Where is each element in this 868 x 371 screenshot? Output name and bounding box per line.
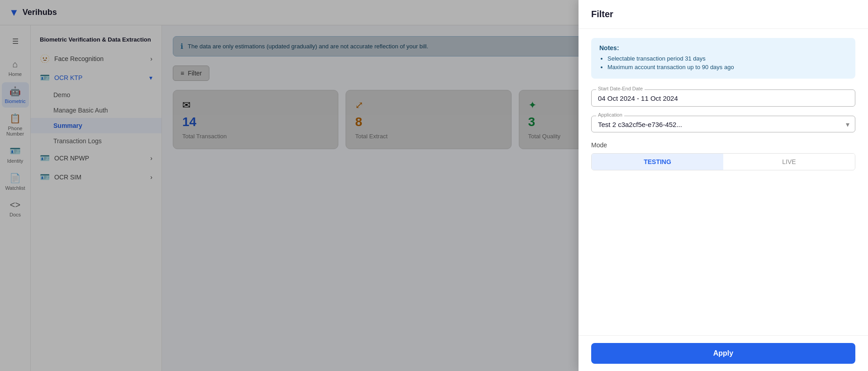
apply-button[interactable]: Apply [591, 343, 855, 364]
notes-title: Notes: [599, 44, 847, 52]
note-item-2: Maximum account transaction up to 90 day… [607, 64, 847, 70]
mode-live-button[interactable]: LIVE [723, 154, 855, 170]
application-field-container[interactable]: Application Test 2 c3a2cf5e-e736-452... … [591, 116, 855, 132]
mode-section: Mode TESTING LIVE [591, 141, 855, 170]
notes-box: Notes: Selectable transaction period 31 … [591, 38, 855, 79]
filter-panel: Filter Notes: Selectable transaction per… [579, 0, 868, 371]
application-field-label: Application [596, 112, 624, 117]
date-field-container[interactable]: Start Date-End Date 04 Oct 2024 - 11 Oct… [591, 89, 855, 107]
application-field: Application Test 2 c3a2cf5e-e736-452... … [591, 116, 855, 132]
application-field-value: Test 2 c3a2cf5e-e736-452... [598, 121, 849, 128]
notes-list: Selectable transaction period 31 days Ma… [599, 55, 847, 70]
note-item-1: Selectable transaction period 31 days [607, 55, 847, 62]
mode-label: Mode [591, 141, 855, 149]
filter-panel-header: Filter [579, 0, 868, 29]
mode-testing-button[interactable]: TESTING [592, 154, 723, 170]
date-field: Start Date-End Date 04 Oct 2024 - 11 Oct… [591, 89, 855, 107]
filter-panel-body: Notes: Selectable transaction period 31 … [579, 29, 868, 335]
mode-toggle: TESTING LIVE [591, 153, 855, 170]
date-field-value: 04 Oct 2024 - 11 Oct 2024 [598, 94, 689, 102]
application-dropdown-icon: ▾ [846, 120, 849, 128]
filter-panel-title: Filter [591, 9, 613, 19]
date-field-label: Start Date-End Date [596, 86, 645, 91]
filter-panel-footer: Apply [579, 335, 868, 371]
